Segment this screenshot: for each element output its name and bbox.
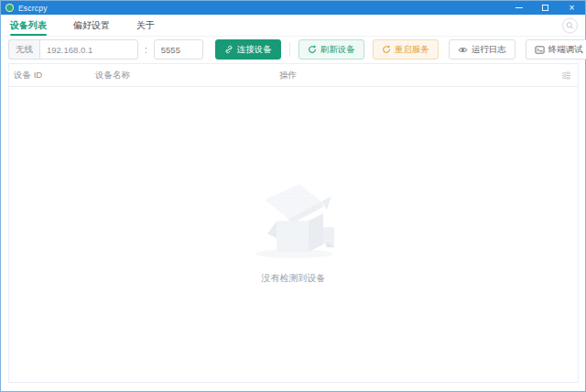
column-header-device-name: 设备名称 <box>91 70 275 82</box>
ip-address-input[interactable] <box>39 39 138 60</box>
device-table-body: 没有检测到设备 <box>9 87 578 382</box>
tab-bar: 设备列表 偏好设置 关于 <box>1 15 585 37</box>
run-logs-label: 运行日志 <box>472 44 506 56</box>
toolbar-divider <box>289 42 290 57</box>
column-header-device-id: 设备 ID <box>9 70 91 82</box>
maximize-icon <box>542 5 548 11</box>
port-input[interactable] <box>154 39 203 60</box>
tab-about-label: 关于 <box>136 19 155 32</box>
connection-toolbar: 无线 : 连接设备 刷新设备 重启服务 <box>1 37 585 62</box>
link-icon <box>224 45 233 54</box>
empty-state-text: 没有检测到设备 <box>262 272 326 285</box>
close-icon: × <box>570 4 575 13</box>
run-logs-button[interactable]: 运行日志 <box>449 39 515 60</box>
minimize-icon <box>515 7 523 8</box>
close-button[interactable]: × <box>559 1 585 15</box>
column-settings-icon <box>561 71 571 81</box>
restart-service-button[interactable]: 重启服务 <box>373 39 439 60</box>
refresh-icon <box>308 45 317 54</box>
column-header-operation: 操作 <box>275 70 554 82</box>
port-separator: : <box>145 45 147 55</box>
tab-preferences-label: 偏好设置 <box>73 19 110 32</box>
connect-device-label: 连接设备 <box>237 44 272 56</box>
search-button[interactable] <box>562 17 578 33</box>
refresh-devices-button[interactable]: 刷新设备 <box>298 39 364 60</box>
empty-state-illustration <box>246 175 342 261</box>
tab-device-list[interactable]: 设备列表 <box>10 15 47 36</box>
maximize-button[interactable] <box>532 1 559 15</box>
restart-icon <box>382 45 391 54</box>
tab-preferences[interactable]: 偏好设置 <box>73 15 110 36</box>
device-table: 设备 ID 设备名称 操作 <box>8 63 579 383</box>
titlebar[interactable]: Escrcpy × <box>1 1 585 15</box>
terminal-icon <box>535 45 545 55</box>
restart-service-label: 重启服务 <box>395 44 429 56</box>
terminal-debug-label: 终端调试 <box>548 44 583 56</box>
address-input-group: 无线 <box>8 39 138 60</box>
connect-device-button[interactable]: 连接设备 <box>215 39 281 60</box>
terminal-debug-button[interactable]: 终端调试 <box>526 39 586 60</box>
eye-icon <box>458 45 468 55</box>
tab-device-list-label: 设备列表 <box>10 19 47 32</box>
empty-state: 没有检测到设备 <box>246 175 342 285</box>
minimize-button[interactable] <box>505 1 532 15</box>
tab-about[interactable]: 关于 <box>136 15 155 36</box>
refresh-devices-label: 刷新设备 <box>320 44 355 56</box>
app-icon <box>5 4 14 12</box>
search-icon <box>566 21 574 29</box>
column-settings-button[interactable] <box>554 71 578 81</box>
window-controls: × <box>505 1 585 15</box>
device-table-header: 设备 ID 设备名称 操作 <box>9 64 578 87</box>
window-title: Escrcpy <box>18 4 48 13</box>
connection-mode-label[interactable]: 无线 <box>8 39 39 60</box>
escrcpy-window: Escrcpy × 设备列表 偏好设置 关于 无线 : <box>0 0 586 392</box>
